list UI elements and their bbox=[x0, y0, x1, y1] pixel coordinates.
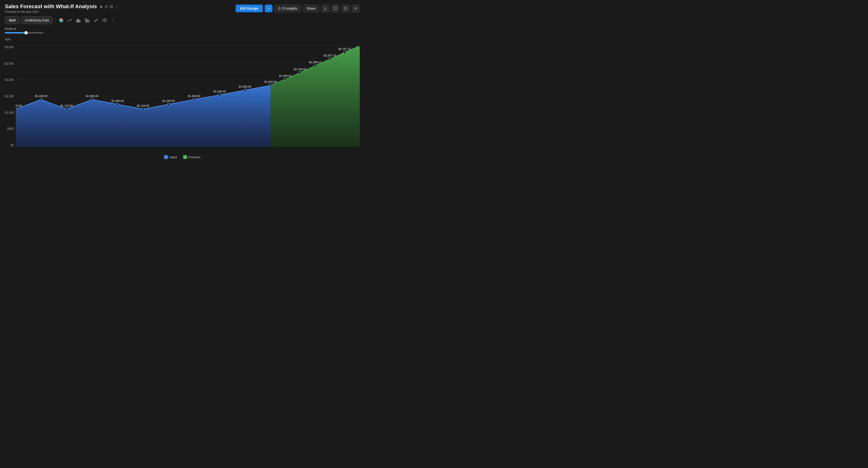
svg-point-13 bbox=[97, 20, 97, 21]
sales-label-aug24: $1,680.00 bbox=[239, 85, 251, 88]
slider-track[interactable] bbox=[5, 32, 43, 33]
chart-svg: $1,120.00 $1,400.00 $1,120.00 $1,400.00 … bbox=[16, 46, 360, 147]
header-left: Sales Forecast with What-If Analysis ★ ↺… bbox=[5, 3, 119, 13]
forecast-dot-dec24 bbox=[314, 65, 317, 67]
sales-label-nov23: $1,120.00 bbox=[16, 104, 22, 107]
share-button[interactable]: Share bbox=[303, 5, 319, 12]
forecast-label-feb25: $2,797.33 bbox=[339, 48, 351, 51]
forecast-dot-oct24 bbox=[284, 78, 287, 81]
sales-label-may24: $1,260.00 bbox=[162, 99, 175, 102]
svg-rect-3 bbox=[76, 20, 78, 23]
sales-label-mar24: $1,260.00 bbox=[112, 99, 124, 102]
forecast-label-oct24: $1,999.02 bbox=[279, 74, 292, 77]
svg-point-10 bbox=[95, 20, 96, 21]
insights-icon: Zi bbox=[278, 7, 281, 10]
svg-rect-8 bbox=[88, 20, 89, 23]
sort-button[interactable]: Sort bbox=[5, 17, 20, 24]
sales-dot-feb24 bbox=[91, 98, 94, 101]
star-icon[interactable]: ★ bbox=[99, 4, 103, 9]
sales-dot-dec23 bbox=[40, 98, 42, 101]
more-options-icon[interactable]: ⋮ bbox=[115, 4, 119, 9]
forecast-dot-nov24 bbox=[299, 71, 301, 74]
y-label-1000: $1,000 bbox=[5, 111, 14, 114]
toolbar-separator bbox=[55, 18, 55, 23]
svg-rect-4 bbox=[78, 19, 79, 23]
slider-fill bbox=[5, 32, 26, 33]
legend-sales-box: ✓ bbox=[164, 155, 168, 159]
legend-forecast: ✓ Forecast bbox=[183, 155, 200, 159]
insights-button[interactable]: Zi Zi Insights bbox=[274, 5, 301, 12]
svg-rect-5 bbox=[79, 20, 80, 23]
edit-design-button[interactable]: Edit Design bbox=[236, 5, 263, 12]
chart-area: $3,000 $2,500 $2,000 $1,500 $1,000 $500 … bbox=[0, 43, 365, 159]
more-chart-options-icon[interactable]: ⋮ bbox=[110, 17, 117, 24]
forecast-label-jan25: $2,597.75 bbox=[323, 54, 336, 57]
forecast-dot-mar25 bbox=[359, 46, 360, 47]
sales-label-jun24: $1,400.00 bbox=[188, 94, 200, 97]
legend-forecast-check: ✓ bbox=[184, 156, 186, 158]
save-icon[interactable]: ⊟ bbox=[110, 4, 113, 9]
y-label-2000: $2,000 bbox=[5, 78, 14, 82]
svg-rect-6 bbox=[85, 19, 86, 23]
svg-point-12 bbox=[95, 21, 96, 22]
sales-area bbox=[16, 85, 271, 147]
y-label-0: $0 bbox=[10, 144, 14, 147]
slider-section: Profit %: 40% bbox=[0, 26, 365, 43]
legend-sales-label: Sales bbox=[169, 155, 177, 159]
sales-label-feb24: $1,400.00 bbox=[86, 94, 98, 97]
y-label-2500: $2,500 bbox=[5, 62, 14, 65]
sales-label-dec23: $1,400.00 bbox=[35, 94, 48, 97]
y-label-3000: $3,000 bbox=[5, 46, 14, 49]
page-title: Sales Forecast with What-If Analysis bbox=[5, 3, 97, 10]
underlying-data-button[interactable]: Underlying Data bbox=[21, 17, 53, 24]
sales-dot-aug24 bbox=[244, 89, 246, 92]
sales-dot-jan24 bbox=[65, 108, 68, 111]
svg-point-11 bbox=[97, 19, 98, 20]
column-chart-icon[interactable] bbox=[84, 17, 91, 24]
map-chart-icon[interactable] bbox=[101, 17, 108, 24]
pie-chart-icon[interactable] bbox=[58, 17, 65, 24]
sales-label-apr24: $1,120.00 bbox=[137, 104, 150, 107]
sales-dot-apr24 bbox=[142, 108, 145, 111]
legend-forecast-label: Forecast bbox=[188, 155, 200, 159]
y-label-1500: $1,500 bbox=[5, 94, 14, 98]
line-chart-icon[interactable] bbox=[66, 17, 73, 24]
scatter-chart-icon[interactable] bbox=[92, 17, 100, 24]
svg-rect-7 bbox=[87, 20, 88, 23]
settings-icon[interactable] bbox=[351, 4, 360, 12]
page-subtitle: Forecast for the year 2022 bbox=[5, 10, 119, 13]
add-button[interactable]: + bbox=[265, 5, 273, 12]
slider-label: Profit %: bbox=[5, 27, 360, 31]
sales-dot-may24 bbox=[167, 103, 170, 106]
sales-dot-nov23 bbox=[16, 108, 17, 111]
page-header: Sales Forecast with What-If Analysis ★ ↺… bbox=[0, 0, 365, 16]
export-icon[interactable] bbox=[321, 4, 329, 12]
toolbar: Sort Underlying Data ⋮ bbox=[0, 16, 365, 26]
header-right: Edit Design + Zi Zi Insights Share bbox=[236, 4, 360, 12]
refresh-icon[interactable]: ↺ bbox=[105, 4, 108, 9]
bar-chart-icon[interactable] bbox=[75, 17, 82, 24]
forecast-label-nov24: $2,198.60 bbox=[294, 68, 306, 71]
svg-point-1 bbox=[355, 8, 356, 9]
y-label-500: $500 bbox=[7, 127, 14, 130]
sales-label-sep24: $1,820.00 bbox=[264, 80, 277, 83]
chart-legend: ✓ Sales ✓ Forecast bbox=[164, 155, 200, 159]
sales-dot-sep24 bbox=[269, 84, 272, 87]
sales-dot-jun24 bbox=[193, 98, 195, 101]
forecast-dot-feb25 bbox=[343, 51, 346, 54]
title-row: Sales Forecast with What-If Analysis ★ ↺… bbox=[5, 3, 119, 10]
sales-dot-jul24 bbox=[218, 94, 221, 96]
alert-icon[interactable] bbox=[341, 4, 350, 12]
sales-label-jul24: $1,540.00 bbox=[213, 90, 226, 93]
slider-thumb[interactable] bbox=[24, 31, 28, 34]
title-icons: ★ ↺ ⊟ ⋮ bbox=[99, 4, 119, 9]
sales-label-jan24: $1,120.00 bbox=[61, 104, 73, 107]
legend-sales-check: ✓ bbox=[165, 156, 167, 158]
legend-forecast-box: ✓ bbox=[183, 155, 187, 159]
forecast-label-dec24: $2,398.17 bbox=[309, 61, 321, 64]
sales-dot-mar24 bbox=[117, 103, 119, 106]
forecast-dot-jan25 bbox=[329, 58, 331, 60]
comment-icon[interactable] bbox=[331, 4, 340, 12]
legend-sales: ✓ Sales bbox=[164, 155, 177, 159]
slider-value: 40% bbox=[5, 38, 360, 41]
